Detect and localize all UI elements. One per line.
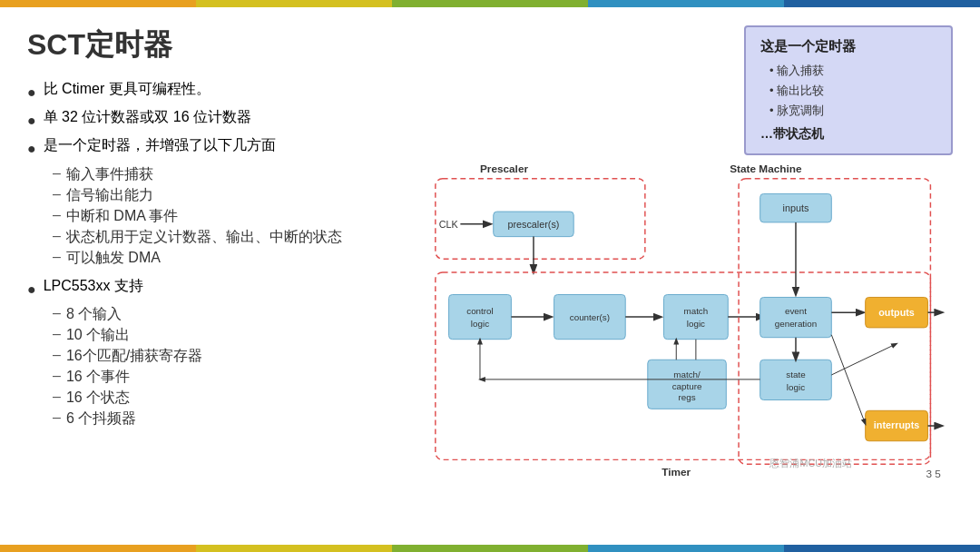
info-box-item-3: 脉宽调制: [769, 103, 936, 119]
bottom-bar-seg1: [0, 545, 196, 552]
sub-dash-6: –: [53, 305, 61, 321]
sub-bullet-8: – 16个匹配/捕获寄存器: [27, 347, 408, 366]
event-to-interrupts: [831, 335, 865, 424]
svg-text:logic: logic: [687, 319, 705, 329]
sub-text-2: 信号输出能力: [66, 186, 153, 205]
slide-content: SCT定时器 ● 比 Ctimer 更具可编程性。 ● 单 32 位计数器或双 …: [0, 7, 980, 545]
state-logic-box: [760, 360, 832, 399]
sub-bullet-3: – 中断和 DMA 事件: [27, 207, 408, 226]
svg-text:capture: capture: [672, 381, 702, 391]
left-panel: SCT定时器 ● 比 Ctimer 更具可编程性。 ● 单 32 位计数器或双 …: [27, 25, 426, 527]
sub-text-10: 16 个状态: [66, 389, 130, 408]
control-logic-box: [449, 295, 512, 340]
sub-bullet-7: – 10 个输出: [27, 326, 408, 345]
bullet-2: ● 单 32 位计数器或双 16 位计数器: [27, 108, 408, 133]
sub-text-6: 8 个输入: [66, 305, 122, 324]
sub-text-3: 中断和 DMA 事件: [66, 207, 179, 226]
watermark-text: 恩智浦MCU加油站: [769, 458, 852, 468]
state-machine-label: State Machine: [730, 163, 802, 174]
top-bar-seg5: [784, 0, 980, 7]
svg-text:logic: logic: [787, 382, 805, 392]
sub-dash-3: –: [53, 207, 61, 223]
diagram-svg: Prescaler State Machine CLK prescaler(s): [426, 134, 953, 508]
match-logic-box: [663, 295, 728, 340]
prescaler-label: Prescaler: [480, 163, 528, 174]
sub-text-9: 16 个事件: [66, 368, 130, 387]
bullet-text-3: 是一个定时器，并增强了以下几方面: [44, 136, 276, 155]
bullet-dot-3: ●: [27, 136, 36, 161]
bottom-bar-seg3: [392, 545, 588, 552]
prescaler-text: prescaler(s): [507, 219, 559, 230]
sub-text-11: 6 个抖频器: [66, 409, 136, 429]
bullet-4: ● LPC553xx 支持: [27, 277, 408, 301]
bottom-bar-seg5: [784, 545, 980, 552]
bullet-text-1: 比 Ctimer 更具可编程性。: [44, 80, 211, 99]
sub-text-5: 可以触发 DMA: [66, 249, 161, 268]
svg-text:match: match: [683, 306, 708, 316]
sub-dash-8: –: [53, 347, 61, 363]
top-bar-seg2: [196, 0, 392, 7]
sub-dash-2: –: [53, 186, 61, 202]
svg-text:match/: match/: [673, 370, 701, 380]
top-bar-seg4: [588, 0, 784, 7]
sub-bullet-5: – 可以触发 DMA: [27, 249, 408, 268]
sub-text-4: 状态机用于定义计数器、输出、中断的状态: [66, 228, 342, 247]
slide-title: SCT定时器: [27, 25, 408, 65]
info-box-item-2: 输出比较: [769, 83, 936, 99]
top-bar-seg3: [392, 0, 588, 7]
clk-label: CLK: [439, 219, 459, 230]
sub-dash-11: –: [53, 409, 61, 426]
bullet-text-2: 单 32 位计数器或双 16 位计数器: [44, 108, 251, 127]
svg-text:logic: logic: [471, 319, 489, 329]
sub-bullet-4: – 状态机用于定义计数器、输出、中断的状态: [27, 228, 408, 247]
sub-dash-1: –: [53, 165, 61, 182]
sub-bullet-11: – 6 个抖频器: [27, 409, 408, 429]
bullet-dot-2: ●: [27, 108, 36, 133]
svg-text:counter(s): counter(s): [570, 312, 610, 322]
sub-bullet-6: – 8 个输入: [27, 305, 408, 324]
bottom-bar-seg2: [196, 545, 392, 552]
page-number: 3 5: [926, 468, 942, 479]
sub-bullet-1: – 输入事件捕获: [27, 165, 408, 184]
bullet-3: ● 是一个定时器，并增强了以下几方面: [27, 136, 408, 161]
svg-text:state: state: [786, 370, 806, 380]
bullet-dot-1: ●: [27, 80, 36, 104]
svg-text:interrupts: interrupts: [874, 419, 919, 430]
diagram-area: Prescaler State Machine CLK prescaler(s): [426, 134, 953, 508]
bottom-bar-seg4: [588, 545, 784, 552]
sub-dash-4: –: [53, 228, 61, 244]
bullet-dot-4: ●: [27, 277, 36, 301]
sub-dash-5: –: [53, 249, 61, 265]
sub-text-8: 16个匹配/捕获寄存器: [66, 347, 202, 366]
info-box-title: 这是一个定时器: [760, 38, 936, 55]
sub-bullet-2: – 信号输出能力: [27, 186, 408, 205]
sub-dash-7: –: [53, 326, 61, 342]
bullet-text-4: LPC553xx 支持: [44, 277, 143, 296]
svg-text:inputs: inputs: [783, 202, 809, 213]
svg-text:outputs: outputs: [878, 307, 915, 318]
sub-text-1: 输入事件捕获: [66, 165, 153, 184]
bottom-bar: [0, 545, 980, 552]
bullet-list: ● 比 Ctimer 更具可编程性。 ● 单 32 位计数器或双 16 位计数器…: [27, 80, 408, 429]
top-bar-seg1: [0, 0, 196, 7]
info-box-item-1: 输入捕获: [769, 63, 936, 79]
sub-text-7: 10 个输出: [66, 326, 130, 345]
sub-bullet-10: – 16 个状态: [27, 389, 408, 408]
svg-text:event: event: [785, 306, 807, 316]
top-bar: [0, 0, 980, 7]
event-gen-box: [760, 297, 832, 337]
timer-label: Timer: [662, 466, 691, 478]
svg-text:generation: generation: [775, 319, 817, 329]
right-panel: 这是一个定时器 输入捕获 输出比较 脉宽调制 …带状态机 Prescaler S…: [426, 25, 953, 527]
sub-dash-9: –: [53, 368, 61, 384]
sub-bullet-9: – 16 个事件: [27, 368, 408, 387]
svg-text:regs: regs: [678, 392, 695, 402]
svg-text:control: control: [466, 306, 494, 316]
sub-dash-10: –: [53, 389, 61, 405]
bullet-1: ● 比 Ctimer 更具可编程性。: [27, 80, 408, 104]
